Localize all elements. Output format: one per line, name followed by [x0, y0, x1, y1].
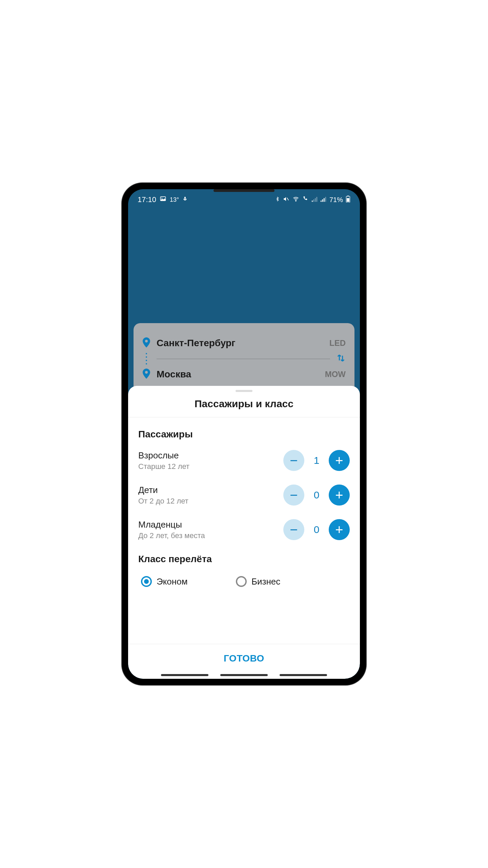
svg-rect-8 [321, 200, 322, 202]
children-stepper: − 0 + [283, 485, 350, 506]
nav-bar [128, 674, 360, 679]
svg-rect-14 [347, 198, 349, 202]
status-bar: 17:10 13° [128, 189, 360, 207]
business-radio[interactable]: Бизнес [236, 576, 310, 587]
voice-icon [182, 195, 188, 204]
children-label: Дети [138, 485, 283, 495]
plus-icon: + [335, 454, 343, 467]
minus-icon: − [290, 488, 298, 502]
divider-line [157, 359, 330, 359]
route-divider [142, 353, 346, 364]
status-time: 17:10 [138, 195, 156, 204]
status-temp: 13° [170, 196, 179, 203]
class-section: Класс перелёта Эконом Бизнес [138, 554, 350, 587]
done-button[interactable]: ГОТОВО [224, 653, 264, 664]
infants-value: 0 [313, 524, 320, 535]
adults-label: Взрослые [138, 450, 283, 461]
drag-handle[interactable] [236, 390, 252, 392]
pin-icon [142, 337, 150, 349]
dots-connector [142, 353, 150, 364]
adults-row: Взрослые Старше 12 лет − 1 + [138, 450, 350, 471]
from-city: Санкт-Петербург [157, 338, 323, 349]
sheet-content: Пассажиры Взрослые Старше 12 лет − 1 + [128, 417, 360, 587]
children-plus-button[interactable]: + [329, 485, 350, 506]
children-minus-button[interactable]: − [283, 485, 304, 506]
nav-home[interactable] [220, 674, 268, 676]
economy-radio[interactable]: Эконом [141, 576, 216, 587]
adults-value: 1 [313, 455, 320, 466]
plus-icon: + [335, 523, 343, 536]
infants-row: Младенцы До 2 лет, без места − 0 + [138, 519, 350, 540]
infants-label: Младенцы [138, 519, 283, 530]
infants-minus-button[interactable]: − [283, 519, 304, 540]
adults-sub: Старше 12 лет [138, 462, 283, 471]
class-heading: Класс перелёта [138, 554, 350, 565]
status-right: 71% [275, 196, 350, 204]
signal-icon-2 [321, 196, 327, 204]
battery-icon [346, 196, 350, 204]
signal-icon-1 [312, 196, 318, 204]
bluetooth-icon [275, 196, 280, 204]
children-sub: От 2 до 12 лет [138, 497, 283, 506]
radio-selected-icon [141, 576, 152, 587]
bottom-sheet: Пассажиры и класс Пассажиры Взрослые Ста… [128, 386, 360, 679]
route-to-row[interactable]: Москва MOW [142, 364, 346, 384]
passengers-heading: Пассажиры [138, 429, 350, 440]
status-left: 17:10 13° [138, 195, 188, 204]
business-label: Бизнес [251, 576, 280, 587]
phone-frame: 17:10 13° [122, 183, 366, 685]
pin-icon [142, 369, 150, 380]
minus-icon: − [290, 454, 298, 467]
infants-stepper: − 0 + [283, 519, 350, 540]
svg-rect-11 [325, 197, 326, 201]
to-code: MOW [325, 370, 346, 379]
plus-icon: + [335, 488, 343, 502]
status-battery: 71% [329, 196, 343, 204]
sheet-title: Пассажиры и класс [128, 398, 360, 417]
screen: 17:10 13° [128, 189, 360, 679]
route-from-row[interactable]: Санкт-Петербург LED [142, 333, 346, 353]
adults-minus-button[interactable]: − [283, 450, 304, 471]
svg-rect-9 [322, 199, 323, 202]
radio-unselected-icon [236, 576, 247, 587]
svg-point-3 [296, 200, 296, 201]
infants-plus-button[interactable]: + [329, 519, 350, 540]
svg-rect-10 [324, 198, 325, 202]
mute-icon [283, 196, 289, 204]
children-row: Дети От 2 до 12 лет − 0 + [138, 485, 350, 506]
children-value: 0 [313, 489, 320, 501]
minus-icon: − [290, 523, 298, 536]
from-code: LED [329, 338, 346, 348]
adults-plus-button[interactable]: + [329, 450, 350, 471]
svg-rect-4 [312, 200, 313, 202]
swap-icon[interactable] [336, 353, 346, 364]
economy-label: Эконом [157, 576, 188, 587]
svg-rect-7 [316, 197, 317, 201]
nav-back[interactable] [280, 674, 327, 676]
nav-recent[interactable] [161, 674, 208, 676]
to-city: Москва [157, 369, 319, 380]
infants-sub: До 2 лет, без места [138, 531, 283, 540]
svg-point-1 [161, 198, 162, 199]
class-radio-group: Эконом Бизнес [138, 576, 350, 587]
footer-bar: ГОТОВО [128, 644, 360, 673]
svg-rect-6 [315, 198, 316, 202]
image-icon [160, 195, 166, 204]
adults-stepper: − 1 + [283, 450, 350, 471]
wifi-icon [292, 196, 300, 204]
route-card: Санкт-Петербург LED Москва MOW [134, 323, 354, 394]
svg-rect-5 [313, 199, 314, 202]
svg-line-2 [287, 198, 289, 200]
call-icon [302, 196, 309, 204]
